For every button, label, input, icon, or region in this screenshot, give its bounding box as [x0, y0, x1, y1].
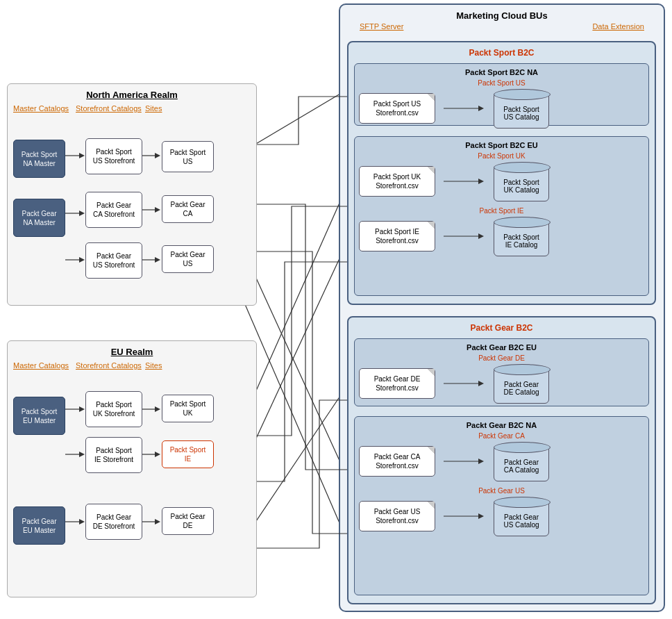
- gear-eu-master-node: Packt GearEU Master: [13, 506, 65, 545]
- svg-marker-19: [79, 406, 85, 412]
- mc-title: Marketing Cloud BUs: [346, 10, 658, 21]
- gear-ca-sub-label: Packt Gear CA: [359, 432, 644, 440]
- sport-us-site-node: Packt SportUS: [162, 141, 214, 172]
- gear-b2c-na-label: Packt Gear B2C NA: [359, 421, 644, 429]
- sport-b2c-na-box: Packt Sport B2C NA Packt Sport US Packt …: [354, 63, 649, 126]
- svg-marker-15: [79, 257, 85, 263]
- gear-us-csv: Packt Gear USStorefront.csv: [359, 501, 435, 531]
- svg-marker-7: [79, 153, 85, 158]
- gear-b2c-label: Packt Gear B2C: [354, 323, 649, 333]
- eu-realm: EU Realm Master Catalogs Storefront Cata…: [7, 340, 257, 597]
- eu-store-header: Storefront Catalogs: [76, 361, 145, 370]
- gear-ca-catalog: Packt GearCA Catalog: [494, 445, 549, 481]
- sport-us-site-label: Packt Sport US: [359, 79, 644, 87]
- mc-subtitles: SFTP Server Data Extension: [346, 22, 658, 31]
- gear-b2c-group: Packt Gear B2C Packt Gear B2C EU Packt G…: [347, 316, 656, 604]
- svg-marker-29: [155, 519, 160, 525]
- svg-marker-9: [155, 153, 160, 158]
- north-master-header: Master Catalogs: [13, 104, 76, 113]
- sport-b2c-label: Packt Sport B2C: [354, 48, 649, 58]
- sport-eu-master-node: Packt SportEU Master: [13, 397, 65, 435]
- gear-b2c-na-box: Packt Gear B2C NA Packt Gear CA Packt Ge…: [354, 416, 649, 595]
- gear-us-sub-label: Packt Gear US: [359, 487, 644, 495]
- gear-de-csv: Packt Gear DEStorefront.csv: [359, 368, 435, 399]
- eu-master-header: Master Catalogs: [13, 361, 76, 370]
- sport-uk-csv: Packt Sport UKStorefront.csv: [359, 166, 435, 197]
- sport-uk-catalog: Packt SportUK Catalog: [494, 165, 549, 201]
- svg-marker-39: [478, 459, 484, 464]
- gear-us-site-node: Packt GearUS: [162, 245, 214, 273]
- north-realm-title: North America Realm: [13, 90, 251, 100]
- north-store-header: Storefront Catalogs: [76, 104, 145, 113]
- svg-marker-41: [478, 513, 484, 519]
- svg-marker-27: [79, 519, 85, 525]
- gear-us-catalog: Packt GearUS Catalog: [494, 500, 549, 536]
- gear-de-catalog: Packt GearDE Catalog: [494, 368, 549, 404]
- sport-b2c-na-label: Packt Sport B2C NA: [359, 68, 644, 76]
- gear-ca-csv: Packt Gear CAStorefront.csv: [359, 446, 435, 477]
- gear-b2c-eu-box: Packt Gear B2C EU Packt Gear DE Packt Ge…: [354, 338, 649, 406]
- sport-b2c-group: Packt Sport B2C Packt Sport B2C NA Packt…: [347, 41, 656, 305]
- mc-outer-box: Marketing Cloud BUs SFTP Server Data Ext…: [339, 3, 665, 612]
- sport-ie-catalog: Packt SportIE Catalog: [494, 220, 549, 256]
- de-label: Data Extension: [592, 22, 644, 31]
- svg-marker-37: [478, 381, 484, 386]
- sport-b2c-eu-label: Packt Sport B2C EU: [359, 141, 644, 149]
- sport-us-storefront-node: Packt SportUS Storefront: [85, 138, 142, 174]
- gear-de-site-node: Packt GearDE: [162, 507, 214, 535]
- svg-marker-25: [155, 452, 160, 457]
- svg-marker-23: [79, 452, 85, 457]
- svg-marker-11: [79, 211, 85, 216]
- north-america-realm: North America Realm Master Catalogs Stor…: [7, 83, 257, 306]
- gear-ca-storefront-node: Packt GearCA Storefront: [85, 192, 142, 228]
- sftp-label: SFTP Server: [360, 22, 403, 31]
- svg-marker-17: [155, 257, 160, 263]
- gear-de-storefront-node: Packt GearDE Storefront: [85, 504, 142, 540]
- north-realm-headers: Master Catalogs Storefront Catalogs Site…: [13, 104, 251, 113]
- sport-ie-csv: Packt Sport IEStorefront.csv: [359, 221, 435, 251]
- sport-us-csv: Packt Sport USStorefront.csv: [359, 93, 435, 124]
- gear-us-storefront-node: Packt GearUS Storefront: [85, 242, 142, 279]
- sport-uk-site-node: Packt SportUK: [162, 395, 214, 422]
- gear-de-sub-label: Packt Gear DE: [359, 354, 644, 362]
- sport-na-master-node: Packt SportNA Master: [13, 140, 65, 178]
- svg-marker-33: [478, 179, 484, 184]
- sport-us-catalog: Packt SportUS Catalog: [494, 92, 549, 129]
- diagram-container: North America Realm Master Catalogs Stor…: [0, 0, 672, 619]
- eu-sites-header: Sites: [145, 361, 201, 370]
- sport-ie-storefront-node: Packt SportIE Storefront: [85, 437, 142, 473]
- svg-marker-13: [155, 207, 160, 213]
- gear-na-master-node: Packt GearNA Master: [13, 199, 65, 237]
- eu-realm-title: EU Realm: [13, 347, 251, 357]
- svg-marker-31: [478, 106, 484, 111]
- gear-b2c-eu-label: Packt Gear B2C EU: [359, 343, 644, 352]
- sport-uk-sub-label: Packt Sport UK: [359, 152, 644, 160]
- eu-realm-headers: Master Catalogs Storefront Catalogs Site…: [13, 361, 251, 370]
- svg-marker-35: [478, 233, 484, 239]
- sport-ie-site-node: Packt SportIE: [162, 440, 214, 468]
- sport-uk-storefront-node: Packt SportUK Storefront: [85, 391, 142, 427]
- svg-marker-21: [155, 406, 160, 412]
- north-sites-header: Sites: [145, 104, 201, 113]
- sport-b2c-eu-box: Packt Sport B2C EU Packt Sport UK Packt …: [354, 136, 649, 296]
- sport-ie-sub-label: Packt Sport IE: [359, 207, 644, 215]
- gear-ca-site-node: Packt GearCA: [162, 195, 214, 223]
